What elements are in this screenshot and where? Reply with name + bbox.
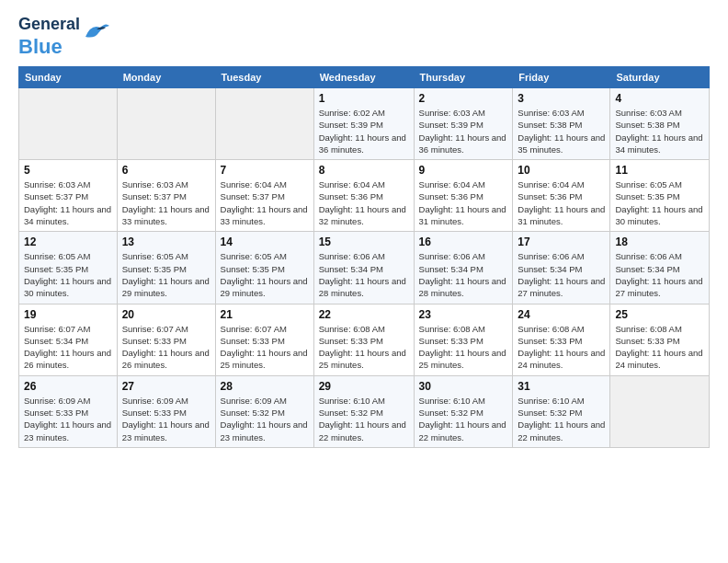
day-number: 31 <box>518 380 605 393</box>
day-number: 29 <box>319 380 409 393</box>
calendar-cell: 7Sunrise: 6:04 AM Sunset: 5:37 PM Daylig… <box>215 160 313 232</box>
calendar-week-row: 19Sunrise: 6:07 AM Sunset: 5:34 PM Dayli… <box>19 304 710 375</box>
day-info: Sunrise: 6:06 AM Sunset: 5:34 PM Dayligh… <box>518 250 605 299</box>
weekday-header-sunday: Sunday <box>19 66 118 87</box>
calendar-cell: 1Sunrise: 6:02 AM Sunset: 5:39 PM Daylig… <box>313 87 414 159</box>
day-info: Sunrise: 6:03 AM Sunset: 5:38 PM Dayligh… <box>615 107 704 155</box>
calendar-cell <box>610 375 710 447</box>
calendar-cell: 30Sunrise: 6:10 AM Sunset: 5:32 PM Dayli… <box>414 375 513 447</box>
calendar-cell: 18Sunrise: 6:06 AM Sunset: 5:34 PM Dayli… <box>610 232 710 304</box>
day-info: Sunrise: 6:03 AM Sunset: 5:38 PM Dayligh… <box>518 107 605 155</box>
day-number: 26 <box>24 380 112 393</box>
logo: General Blue <box>18 15 111 59</box>
calendar-cell: 29Sunrise: 6:10 AM Sunset: 5:32 PM Dayli… <box>313 375 414 447</box>
calendar-week-row: 5Sunrise: 6:03 AM Sunset: 5:37 PM Daylig… <box>19 160 710 232</box>
day-info: Sunrise: 6:05 AM Sunset: 5:35 PM Dayligh… <box>122 250 210 299</box>
weekday-header-saturday: Saturday <box>610 66 710 87</box>
calendar-cell: 5Sunrise: 6:03 AM Sunset: 5:37 PM Daylig… <box>19 160 118 232</box>
day-info: Sunrise: 6:02 AM Sunset: 5:39 PM Dayligh… <box>319 107 409 155</box>
calendar-cell: 10Sunrise: 6:04 AM Sunset: 5:36 PM Dayli… <box>513 160 610 232</box>
day-number: 27 <box>122 380 210 393</box>
calendar-cell <box>19 87 118 159</box>
day-number: 3 <box>518 92 605 105</box>
calendar-cell: 25Sunrise: 6:08 AM Sunset: 5:33 PM Dayli… <box>610 304 710 375</box>
calendar-cell: 15Sunrise: 6:06 AM Sunset: 5:34 PM Dayli… <box>313 232 414 304</box>
day-number: 21 <box>221 308 309 321</box>
calendar-cell: 12Sunrise: 6:05 AM Sunset: 5:35 PM Dayli… <box>19 232 118 304</box>
day-info: Sunrise: 6:10 AM Sunset: 5:32 PM Dayligh… <box>518 395 605 443</box>
calendar-cell: 17Sunrise: 6:06 AM Sunset: 5:34 PM Dayli… <box>513 232 610 304</box>
calendar-cell: 28Sunrise: 6:09 AM Sunset: 5:32 PM Dayli… <box>215 375 313 447</box>
day-info: Sunrise: 6:08 AM Sunset: 5:33 PM Dayligh… <box>319 323 409 372</box>
day-number: 13 <box>122 236 210 248</box>
day-info: Sunrise: 6:06 AM Sunset: 5:34 PM Dayligh… <box>419 250 508 299</box>
day-number: 7 <box>221 164 309 177</box>
calendar-header: SundayMondayTuesdayWednesdayThursdayFrid… <box>19 66 710 87</box>
calendar-cell: 22Sunrise: 6:08 AM Sunset: 5:33 PM Dayli… <box>313 304 414 375</box>
day-info: Sunrise: 6:03 AM Sunset: 5:37 PM Dayligh… <box>122 178 210 227</box>
day-number: 17 <box>518 236 605 248</box>
day-number: 4 <box>615 92 704 105</box>
calendar-cell: 8Sunrise: 6:04 AM Sunset: 5:36 PM Daylig… <box>313 160 414 232</box>
calendar-cell: 4Sunrise: 6:03 AM Sunset: 5:38 PM Daylig… <box>610 87 710 159</box>
day-info: Sunrise: 6:05 AM Sunset: 5:35 PM Dayligh… <box>24 250 112 299</box>
calendar-cell: 2Sunrise: 6:03 AM Sunset: 5:39 PM Daylig… <box>414 87 513 159</box>
weekday-header-tuesday: Tuesday <box>215 66 313 87</box>
day-number: 25 <box>615 308 704 321</box>
day-number: 15 <box>319 236 409 248</box>
calendar-body: 1Sunrise: 6:02 AM Sunset: 5:39 PM Daylig… <box>19 87 710 447</box>
weekday-header-monday: Monday <box>117 66 215 87</box>
day-info: Sunrise: 6:04 AM Sunset: 5:36 PM Dayligh… <box>518 178 605 227</box>
day-number: 5 <box>24 164 112 177</box>
calendar-week-row: 12Sunrise: 6:05 AM Sunset: 5:35 PM Dayli… <box>19 232 710 304</box>
calendar-cell: 26Sunrise: 6:09 AM Sunset: 5:33 PM Dayli… <box>19 375 118 447</box>
calendar-cell: 20Sunrise: 6:07 AM Sunset: 5:33 PM Dayli… <box>117 304 215 375</box>
calendar-cell: 31Sunrise: 6:10 AM Sunset: 5:32 PM Dayli… <box>513 375 610 447</box>
calendar-cell <box>117 87 215 159</box>
calendar-cell: 16Sunrise: 6:06 AM Sunset: 5:34 PM Dayli… <box>414 232 513 304</box>
day-info: Sunrise: 6:08 AM Sunset: 5:33 PM Dayligh… <box>419 323 508 372</box>
day-number: 28 <box>221 380 309 393</box>
day-number: 18 <box>615 236 704 248</box>
day-info: Sunrise: 6:04 AM Sunset: 5:37 PM Dayligh… <box>221 178 309 227</box>
day-info: Sunrise: 6:10 AM Sunset: 5:32 PM Dayligh… <box>319 395 409 443</box>
day-info: Sunrise: 6:07 AM Sunset: 5:34 PM Dayligh… <box>24 323 112 372</box>
calendar-cell: 6Sunrise: 6:03 AM Sunset: 5:37 PM Daylig… <box>117 160 215 232</box>
day-number: 10 <box>518 164 605 177</box>
day-info: Sunrise: 6:03 AM Sunset: 5:37 PM Dayligh… <box>24 178 112 227</box>
day-info: Sunrise: 6:04 AM Sunset: 5:36 PM Dayligh… <box>419 178 508 227</box>
day-number: 2 <box>419 92 508 105</box>
weekday-header-row: SundayMondayTuesdayWednesdayThursdayFrid… <box>19 66 710 87</box>
day-number: 11 <box>615 164 704 177</box>
day-number: 1 <box>319 92 409 105</box>
day-info: Sunrise: 6:09 AM Sunset: 5:33 PM Dayligh… <box>24 395 112 443</box>
weekday-header-friday: Friday <box>513 66 610 87</box>
day-info: Sunrise: 6:07 AM Sunset: 5:33 PM Dayligh… <box>221 323 309 372</box>
day-number: 19 <box>24 308 112 321</box>
day-number: 6 <box>122 164 210 177</box>
calendar-cell: 24Sunrise: 6:08 AM Sunset: 5:33 PM Dayli… <box>513 304 610 375</box>
weekday-header-thursday: Thursday <box>414 66 513 87</box>
calendar-cell: 9Sunrise: 6:04 AM Sunset: 5:36 PM Daylig… <box>414 160 513 232</box>
calendar-cell: 3Sunrise: 6:03 AM Sunset: 5:38 PM Daylig… <box>513 87 610 159</box>
day-info: Sunrise: 6:07 AM Sunset: 5:33 PM Dayligh… <box>122 323 210 372</box>
calendar-table: SundayMondayTuesdayWednesdayThursdayFrid… <box>18 66 710 448</box>
day-info: Sunrise: 6:05 AM Sunset: 5:35 PM Dayligh… <box>615 178 704 227</box>
logo-icon <box>84 20 111 44</box>
day-info: Sunrise: 6:05 AM Sunset: 5:35 PM Dayligh… <box>221 250 309 299</box>
day-number: 22 <box>319 308 409 321</box>
day-info: Sunrise: 6:08 AM Sunset: 5:33 PM Dayligh… <box>615 323 704 372</box>
day-number: 8 <box>319 164 409 177</box>
day-info: Sunrise: 6:06 AM Sunset: 5:34 PM Dayligh… <box>319 250 409 299</box>
day-info: Sunrise: 6:06 AM Sunset: 5:34 PM Dayligh… <box>615 250 704 299</box>
day-number: 30 <box>419 380 508 393</box>
calendar-cell: 23Sunrise: 6:08 AM Sunset: 5:33 PM Dayli… <box>414 304 513 375</box>
calendar-cell: 14Sunrise: 6:05 AM Sunset: 5:35 PM Dayli… <box>215 232 313 304</box>
calendar-cell: 19Sunrise: 6:07 AM Sunset: 5:34 PM Dayli… <box>19 304 118 375</box>
day-info: Sunrise: 6:09 AM Sunset: 5:33 PM Dayligh… <box>122 395 210 443</box>
day-number: 24 <box>518 308 605 321</box>
day-info: Sunrise: 6:08 AM Sunset: 5:33 PM Dayligh… <box>518 323 605 372</box>
day-number: 16 <box>419 236 508 248</box>
calendar-cell: 13Sunrise: 6:05 AM Sunset: 5:35 PM Dayli… <box>117 232 215 304</box>
day-info: Sunrise: 6:09 AM Sunset: 5:32 PM Dayligh… <box>221 395 309 443</box>
